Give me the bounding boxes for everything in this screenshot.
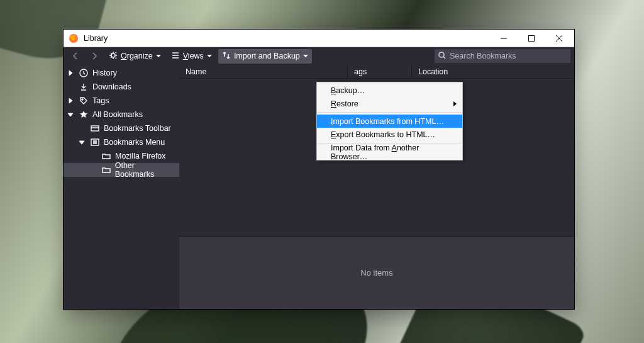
menu-item-label: Import Data from Another Browser… [331,143,448,161]
chevron-down-icon [207,55,212,60]
sidebar-item-bookmarks-toolbar[interactable]: Bookmarks Toolbar [64,121,179,135]
collapse-icon[interactable] [66,112,75,117]
sidebar-item-other-bookmarks[interactable]: Other Bookmarks [64,163,179,177]
svg-point-2 [111,53,115,57]
menu-item-label: Import Bookmarks from HTML… [331,117,444,126]
close-button[interactable] [545,30,573,47]
window-title: Library [84,34,490,43]
collapse-icon[interactable] [77,140,86,145]
expand-icon[interactable] [66,70,75,76]
expand-icon[interactable] [66,98,75,103]
download-icon [79,82,89,91]
list-icon [171,51,180,62]
back-button[interactable] [67,50,84,62]
sidebar-item-downloads[interactable]: Downloads [64,80,179,94]
sidebar-item-label: Downloads [92,82,131,91]
empty-label: No items [360,268,392,278]
menu-item-label: Restore [331,99,358,108]
column-tags[interactable]: ags [348,65,412,78]
forward-button[interactable] [86,50,103,62]
body: History Downloads Tags All Bookmarks [64,65,574,309]
search-field[interactable] [435,49,570,63]
main-panel: Name ags Location No items Backup… Resto… [179,65,574,309]
folder-icon [101,166,111,174]
sidebar-item-label: History [92,69,117,77]
organize-button[interactable]: Organize [105,49,165,64]
chevron-down-icon [303,55,308,60]
import-export-icon [222,51,231,62]
column-location[interactable]: Location [412,65,574,78]
sidebar-item-label: Mozilla Firefox [115,152,166,160]
import-backup-menu: Backup… Restore Import Bookmarks from HT… [316,82,463,160]
details-pane: No items [179,236,574,309]
column-headers: Name ags Location [179,65,574,79]
menu-item-import-html[interactable]: Import Bookmarks from HTML… [317,115,462,128]
folder-icon [101,152,111,160]
menu-item-label: Backup… [331,86,365,95]
chevron-down-icon [156,55,161,60]
sidebar-item-label: All Bookmarks [92,110,143,119]
star-icon [79,110,89,119]
firefox-icon [69,33,79,43]
search-icon [438,52,446,61]
svg-rect-6 [91,126,99,131]
gear-icon [109,51,118,62]
svg-point-5 [82,99,83,100]
tag-icon [79,96,89,105]
import-backup-button[interactable]: Import and Backup [218,49,312,64]
sidebar-item-history[interactable]: History [64,66,179,80]
menu-item-export-html[interactable]: Export Bookmarks to HTML… [317,128,462,141]
sidebar-item-label: Other Bookmarks [115,161,175,179]
search-input[interactable] [450,52,567,60]
clock-icon [79,69,89,77]
views-button[interactable]: Views [167,49,216,64]
sidebar-item-all-bookmarks[interactable]: All Bookmarks [64,108,179,121]
menu-item-label: Export Bookmarks to HTML… [331,130,435,139]
toolbar: Organize Views Import and Backup [64,47,574,65]
menu-item-backup[interactable]: Backup… [317,84,462,97]
organize-label: Organize [121,52,153,60]
sidebar-item-label: Bookmarks Menu [104,138,165,147]
sidebar-item-tags[interactable]: Tags [64,94,179,108]
toolbar-icon [90,124,100,133]
submenu-arrow-icon [452,99,457,108]
views-label: Views [183,52,204,60]
library-window: Library Organize Views Import and Backup [63,29,575,310]
sidebar-item-label: Bookmarks Toolbar [104,124,171,133]
maximize-button[interactable] [518,30,545,47]
sidebar: History Downloads Tags All Bookmarks [64,65,179,309]
import-backup-label: Import and Backup [234,52,300,60]
column-name[interactable]: Name [179,65,348,78]
minimize-button[interactable] [490,30,518,47]
svg-rect-1 [529,35,535,41]
menu-item-import-browser[interactable]: Import Data from Another Browser… [317,145,462,159]
sidebar-item-bookmarks-menu[interactable]: Bookmarks Menu [64,135,179,149]
menu-item-restore[interactable]: Restore [317,97,462,110]
titlebar: Library [64,30,574,47]
sidebar-item-label: Tags [92,96,109,105]
menu-icon [90,138,100,147]
svg-point-3 [439,52,444,57]
